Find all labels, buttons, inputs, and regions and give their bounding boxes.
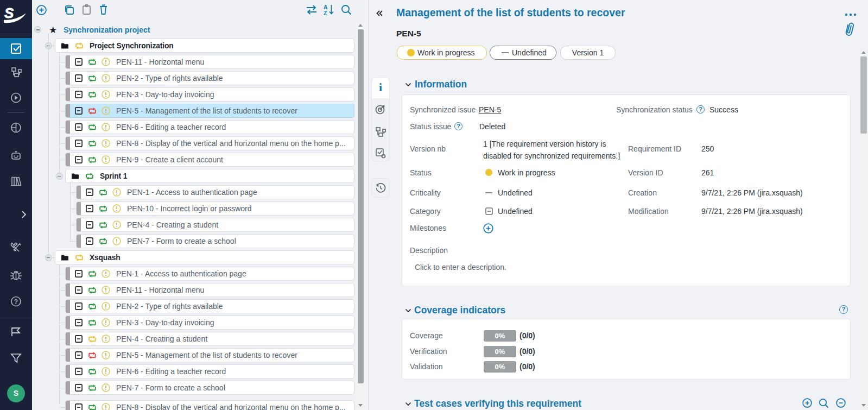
svg-text:?: ? bbox=[14, 298, 18, 306]
svg-text:S: S bbox=[4, 5, 14, 21]
svg-text:Z: Z bbox=[324, 10, 327, 16]
